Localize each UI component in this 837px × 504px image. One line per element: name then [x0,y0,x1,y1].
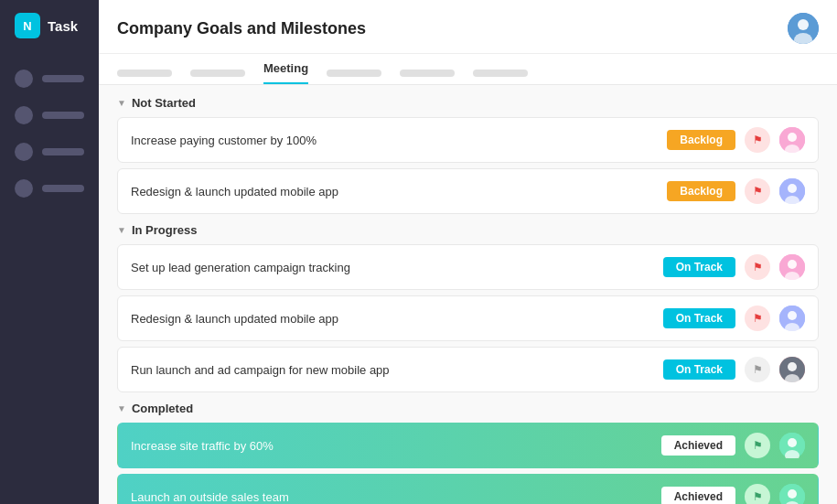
flag-button-2[interactable]: ⚑ [745,178,770,204]
goal-text-3: Set up lead generation campaign tracking [131,261,654,274]
goal-text-1: Increase paying customer by 100% [131,134,658,147]
goal-text-2: Redesign & launch updated mobile app [131,185,658,198]
sidebar-dot-2 [15,106,33,124]
sidebar-dot-1 [15,70,33,88]
status-badge-6[interactable]: Achieved [661,435,735,456]
section-header-not-started: ▼ Not Started [117,96,819,110]
svg-point-1 [798,19,809,30]
goal-row-5: Run launch and ad campaign for new mobil… [117,347,819,392]
avatar-4 [779,306,805,331]
logo-text: Task [48,18,78,34]
goals-content: ▼ Not Started Increase paying customer b… [99,85,837,504]
chevron-not-started: ▼ [117,98,126,108]
tabs-row: Meeting [99,54,837,85]
svg-point-13 [788,311,797,320]
main-header: Company Goals and Milestones [99,0,837,54]
avatar-7 [779,484,805,504]
tab-pill-6[interactable] [473,70,528,77]
section-title-completed: Completed [132,402,193,415]
avatar-1 [779,127,805,153]
sidebar-item-1[interactable] [0,60,99,97]
svg-point-7 [788,184,797,193]
logo-icon: N [15,13,40,38]
sidebar-dot-4 [15,179,33,198]
section-header-completed: ▼ Completed [117,402,819,415]
page-title: Company Goals and Milestones [117,19,366,38]
tab-pill-4[interactable] [327,70,381,77]
goal-text-6: Increase site traffic by 60% [131,439,652,453]
avatar-6 [779,433,805,458]
svg-point-4 [788,133,797,142]
status-badge-2[interactable]: Backlog [667,181,735,201]
sidebar-line-1 [42,75,84,82]
sidebar-item-3[interactable] [0,134,99,170]
goal-row-1: Increase paying customer by 100% Backlog… [117,117,819,163]
section-title-in-progress: In Progress [132,223,198,237]
avatar-2 [779,178,805,204]
goal-text-4: Redesign & launch updated mobile app [131,312,654,326]
goal-row-3: Set up lead generation campaign tracking… [117,244,819,290]
sidebar-line-3 [42,148,84,155]
svg-point-16 [788,362,797,371]
flag-button-6[interactable]: ⚑ [745,433,770,458]
goal-row-4: Redesign & launch updated mobile app On … [117,295,819,341]
flag-button-3[interactable]: ⚑ [745,254,770,280]
sidebar-line-4 [42,185,84,192]
tab-pill-5[interactable] [400,70,455,77]
sidebar-item-4[interactable] [0,170,99,207]
svg-point-10 [788,260,797,269]
status-badge-3[interactable]: On Track [663,257,735,277]
user-avatar-header[interactable] [788,13,819,44]
status-badge-1[interactable]: Backlog [667,130,735,150]
svg-point-19 [788,438,797,447]
sidebar-line-2 [42,112,84,119]
tab-pill-1[interactable] [117,70,172,77]
sidebar-dot-3 [15,143,33,161]
status-badge-5[interactable]: On Track [663,359,735,380]
tab-pill-2[interactable] [190,70,245,77]
goal-text-7: Launch an outside sales team [131,490,652,504]
flag-button-4[interactable]: ⚑ [745,306,770,331]
flag-button-7[interactable]: ⚑ [745,484,770,504]
goal-row-6: Increase site traffic by 60% Achieved ⚑ [117,423,819,468]
goal-row-7: Launch an outside sales team Achieved ⚑ [117,474,819,504]
sidebar-logo[interactable]: N Task [0,0,99,51]
section-title-not-started: Not Started [132,96,196,110]
status-badge-7[interactable]: Achieved [661,487,735,504]
section-header-in-progress: ▼ In Progress [117,223,819,237]
svg-point-22 [788,489,797,499]
main-panel: Company Goals and Milestones Meeting ▼ N… [99,0,837,504]
chevron-in-progress: ▼ [117,225,126,235]
flag-button-5[interactable]: ⚑ [745,357,770,382]
sidebar-nav [0,51,99,216]
goal-text-5: Run launch and ad campaign for new mobil… [131,363,654,377]
sidebar: N Task [0,0,99,504]
avatar-3 [779,254,805,280]
status-badge-4[interactable]: On Track [663,308,735,328]
tab-meeting[interactable]: Meeting [263,61,308,84]
goal-row-2: Redesign & launch updated mobile app Bac… [117,168,819,214]
avatar-5 [779,357,805,382]
sidebar-item-2[interactable] [0,97,99,134]
flag-button-1[interactable]: ⚑ [745,127,770,153]
chevron-completed: ▼ [117,403,126,413]
